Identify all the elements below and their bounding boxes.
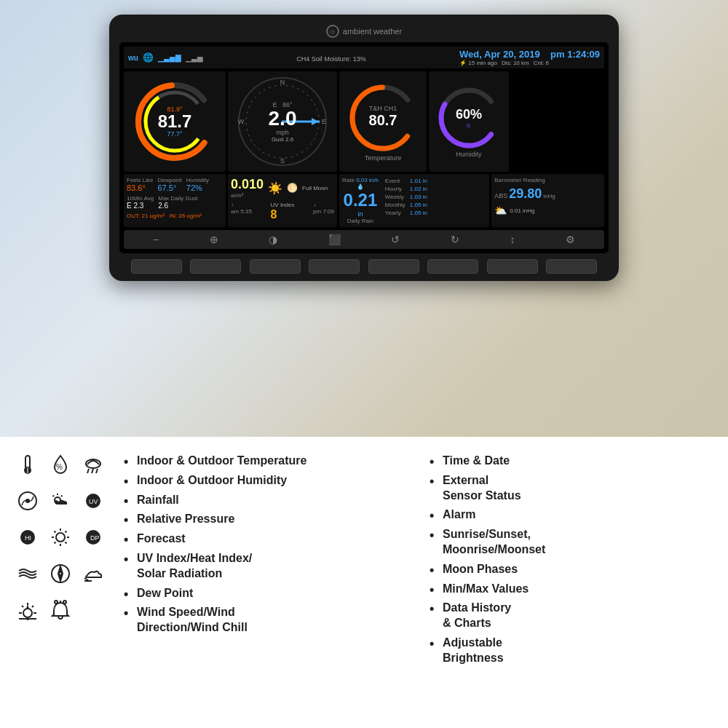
svg-line-39 — [55, 531, 56, 533]
barometer-section: Barometer Reading ABS 29.80 inHg ⛅ 0.01 … — [491, 174, 604, 227]
svg-text:%: % — [56, 463, 63, 471]
nav-refresh-btn[interactable]: ↺ — [391, 234, 400, 245]
pm-readings: OUT: 21 ug/m³ IN: 26 ug/m³ — [127, 213, 223, 219]
rain-hourly-label: Hourly — [383, 185, 408, 193]
features-lists: Indoor & Outdoor Temperature Indoor & Ou… — [124, 451, 713, 668]
phys-btn-1[interactable] — [131, 259, 182, 274]
nav-sort-btn[interactable]: ↕ — [510, 234, 515, 245]
phys-btn-5[interactable] — [368, 259, 419, 274]
sunrise-icon — [15, 597, 41, 623]
rain-yearly-row: Yearly 1.05 in — [383, 209, 430, 217]
baro-abs-label: ABS — [494, 192, 507, 199]
features-right-list: Time & Date ExternalSensor Status Alarm … — [430, 451, 713, 668]
brand-logo: ◎ — [326, 25, 339, 38]
svg-line-21 — [87, 469, 89, 473]
outdoor-temp-gauge: T&H CH1 80.7 — [347, 82, 419, 154]
nav-plus-btn[interactable]: ⊕ — [210, 234, 218, 245]
wind-cloud-icon — [80, 561, 106, 587]
nav-half-btn[interactable]: ◑ — [269, 234, 277, 245]
feature-item-8: Wind Speed/WindDirection/Wind Chill — [124, 603, 408, 638]
svg-point-47 — [59, 572, 62, 575]
phys-btn-3[interactable] — [250, 259, 301, 274]
rain-rate-label: Rate 0.03 in/h — [342, 177, 379, 183]
baro-change: 0.01 inHg — [510, 207, 534, 214]
svg-text:W: W — [238, 118, 245, 125]
navigation-bar[interactable]: − ⊕ ◑ ⬛ ↺ ↻ ↕ ⚙ — [124, 230, 604, 249]
phys-btn-4[interactable] — [309, 259, 360, 274]
full-moon-label: Full Moon — [302, 185, 328, 191]
main-instruments-row: 81.9° 81.7 77.7° — [124, 71, 604, 172]
sun-icon — [47, 524, 74, 550]
brand-name: ambient weather — [343, 27, 402, 36]
right-feature-items: Time & Date ExternalSensor Status Alarm … — [430, 451, 713, 668]
in-pm-value: 26 ug/m³ — [178, 213, 202, 219]
in-pm-label: IN: — [170, 213, 177, 219]
nav-forward-btn[interactable]: ↻ — [451, 234, 459, 245]
svg-line-40 — [66, 542, 67, 544]
uv-label: UV Index — [271, 202, 295, 208]
datetime-display: Wed, Apr 20, 2019 pm 1:24:09 — [459, 49, 600, 60]
wind-compass: N E S W E 86° 2.0 — [235, 74, 330, 169]
pressure-icon — [15, 488, 41, 514]
feature-item-6: UV Index/Heat Index/Solar Radiation — [124, 549, 408, 584]
partly-cloudy-icon: ⛅ — [494, 205, 507, 216]
avg-10min: 10Min Avg E 2.3 — [127, 195, 154, 210]
rain-event-label: Event — [383, 177, 408, 185]
svg-line-22 — [92, 469, 93, 473]
uv-value: 8 — [271, 208, 295, 221]
phys-btn-2[interactable] — [190, 259, 241, 274]
rain-event-val: 1.01 in — [408, 177, 430, 185]
temp-low: 77.7° — [158, 130, 192, 138]
rain-section: Rate 0.03 in/h 💧 0.21 in Daily Rain Even… — [339, 174, 489, 227]
outdoor-temp-section: T&H CH1 80.7 Temperature — [339, 71, 427, 172]
lightning-cnt: Cnt: 6 — [534, 60, 549, 66]
humidity-center: 60% ⊙ — [456, 107, 482, 129]
feature-item-r8: AdjustableBrightness — [430, 633, 713, 668]
rain-main: Rate 0.03 in/h 💧 0.21 in Daily Rain — [342, 177, 379, 224]
phys-btn-8[interactable] — [546, 259, 597, 274]
svg-point-60 — [63, 601, 66, 604]
feature-item-r4: Sunrise/Sunset,Moonrise/Moonset — [430, 525, 713, 560]
humidity-label: Humidity — [456, 151, 481, 158]
dewpoint-label: Dewpoint — [157, 177, 181, 183]
weather-station-device: ◎ ambient weather wu 🌐 ▁▃▅▇ ▁▃▅ CH4 Soil… — [109, 15, 619, 281]
svg-marker-7 — [312, 118, 319, 125]
svg-text:S: S — [280, 157, 285, 165]
daily-rain-unit: in — [357, 210, 363, 218]
rain-monthly-val: 1.05 in — [408, 201, 430, 209]
sunrise: ↑ am 5:35 — [231, 202, 252, 221]
wind-speed-value: 2.0 — [269, 108, 297, 129]
svg-marker-57 — [26, 604, 29, 609]
top-bar-left: wu 🌐 ▁▃▅▇ ▁▃▅ — [128, 52, 203, 63]
nav-minus-btn[interactable]: − — [153, 234, 159, 245]
phys-btn-6[interactable] — [427, 259, 478, 274]
left-feature-items: Indoor & Outdoor Temperature Indoor & Ou… — [124, 451, 408, 638]
wind-unit: mph — [269, 129, 297, 136]
second-data-row: Feels Like 83.6° Dewpoint 67.5° Humidity… — [124, 174, 604, 227]
svg-point-34 — [56, 533, 65, 542]
solar-value: 0.010 — [231, 177, 264, 192]
rain-table: Event 1.01 in Hourly 1.02 in Weekly 1.03… — [383, 177, 430, 217]
out-pm-value: 21 ug/m³ — [141, 213, 165, 219]
top-bar-right: Wed, Apr 20, 2019 pm 1:24:09 ⚡ 15 min ag… — [459, 49, 600, 66]
max-gust-label: Max Daily Gust — [158, 195, 197, 202]
weather-details-cell: Feels Like 83.6° Dewpoint 67.5° Humidity… — [124, 174, 226, 227]
solar-row: 0.010 w/m² ☀️ 🌕 Full Moon — [231, 177, 334, 199]
time-value: pm 1:24:09 — [550, 49, 600, 60]
globe-icon: 🌐 — [143, 52, 154, 63]
compass-icon — [47, 561, 74, 587]
rain-hourly-row: Hourly 1.02 in — [383, 185, 430, 193]
avg-10min-label: 10Min Avg — [127, 195, 154, 202]
humidity-pct-value: 72% — [186, 183, 209, 192]
nav-square-btn[interactable]: ⬛ — [328, 234, 341, 245]
rain-icon — [80, 451, 106, 478]
rain-monthly-label: Monthly — [383, 201, 408, 209]
nav-settings-btn[interactable]: ⚙ — [566, 234, 575, 245]
feature-item-r2: ExternalSensor Status — [430, 471, 713, 506]
lightning-time: ⚡ 15 min ago — [459, 60, 497, 66]
wind-gust: Gust 2.6 — [269, 136, 297, 143]
svg-line-54 — [22, 606, 23, 607]
rain-hourly-val: 1.02 in — [408, 185, 430, 193]
phys-btn-7[interactable] — [487, 259, 538, 274]
avg-10min-val: E 2.3 — [127, 202, 154, 210]
